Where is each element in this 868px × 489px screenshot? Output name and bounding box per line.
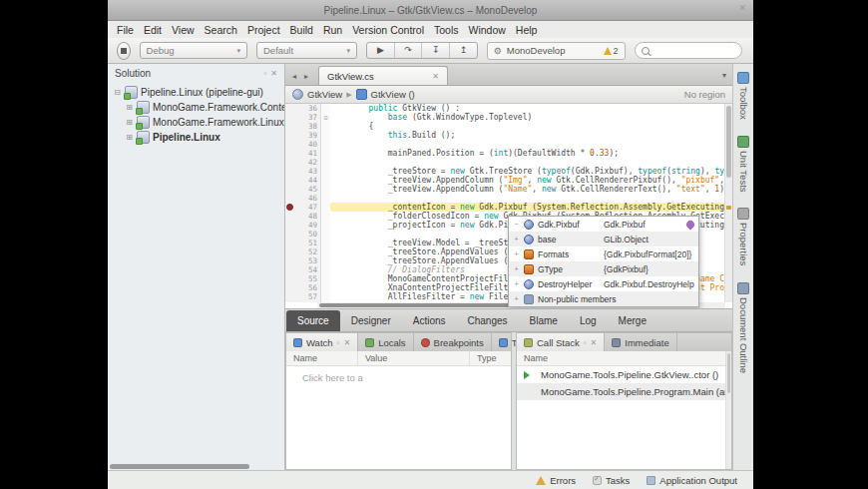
dock-minimize-icon[interactable]: ▫ [584, 338, 587, 347]
breakpoint-margin[interactable] [285, 158, 295, 167]
code-line-36[interactable]: 36 public GtkView () : [285, 104, 725, 113]
breakpoint-margin[interactable] [285, 122, 295, 131]
editor-vscrollbar[interactable] [724, 104, 732, 302]
breakpoint-margin[interactable] [285, 203, 295, 212]
column-header-name[interactable]: Name [517, 351, 731, 365]
view-tab-blame[interactable]: Blame [519, 309, 569, 331]
platform-selector[interactable]: Default ▾ [256, 42, 357, 59]
code-line-47[interactable]: 47 _contentIcon = new Gdk.Pixbuf (System… [285, 203, 725, 212]
dock-tab-unit-tests[interactable]: Unit Tests [737, 136, 749, 193]
code-text[interactable] [330, 158, 725, 167]
code-text[interactable]: _treeView.AppendColumn ("Img", new Gtk.C… [330, 176, 725, 185]
solution-tree-item-monogame-framework-content-pipeline[interactable]: ⊞MonoGame.Framework.Content.Pipeline [108, 100, 284, 115]
code-line-38[interactable]: 38 { [285, 122, 725, 131]
code-text[interactable] [330, 194, 725, 203]
breakpoint-margin[interactable] [285, 113, 295, 122]
expand-icon[interactable]: + [513, 250, 520, 257]
breakpoint-margin[interactable] [285, 185, 295, 194]
breakpoint-margin[interactable] [285, 230, 295, 239]
statusbar-application-output[interactable]: Application Output [647, 475, 737, 486]
column-header-value[interactable]: Value [358, 351, 470, 365]
breadcrumb-class[interactable]: GtkView [307, 89, 342, 100]
code-text[interactable]: _contentIcon = new Gdk.Pixbuf (System.Re… [330, 203, 725, 212]
breakpoint-margin[interactable] [285, 239, 295, 247]
pad-tab-call-stack[interactable]: Call Stack▫✕ [517, 333, 605, 351]
view-tab-actions[interactable]: Actions [402, 309, 457, 331]
tab-gtkview-cs[interactable]: GtkView.cs ✕ [318, 66, 448, 85]
breakpoint-margin[interactable] [285, 149, 295, 158]
code-line-39[interactable]: 39 this.Build (); [285, 131, 725, 140]
menu-version-control[interactable]: Version Control [352, 24, 424, 36]
menu-search[interactable]: Search [205, 24, 237, 36]
dock-tab-properties[interactable]: Properties [737, 208, 749, 265]
code-text[interactable]: _treeStore = new Gtk.TreeStore (typeof(G… [330, 167, 725, 176]
scrollbar-thumb[interactable] [110, 464, 249, 469]
stack-frame[interactable]: MonoGame.Tools.Pipeline.GtkView..ctor () [517, 366, 731, 383]
dock-close-icon[interactable]: ✕ [343, 338, 350, 347]
breakpoint-margin[interactable] [285, 265, 295, 274]
pad-tab-immediate[interactable]: Immediate [605, 333, 676, 351]
menu-project[interactable]: Project [247, 24, 280, 36]
code-line-37[interactable]: 37⊟ base (Gtk.WindowType.Toplevel) [285, 113, 725, 122]
collapse-icon[interactable]: − [513, 221, 520, 228]
expand-icon[interactable]: + [513, 265, 520, 272]
tooltip-row-destroyhelper[interactable]: +DestroyHelperGdk.Pixbuf.DestroyHelper [509, 276, 698, 291]
code-line-45[interactable]: 45 _treeView.AppendColumn ("Name", new G… [285, 185, 725, 194]
close-icon[interactable]: ✕ [738, 3, 746, 13]
menu-tools[interactable]: Tools [434, 24, 459, 36]
dock-close-icon[interactable]: ✕ [591, 338, 598, 347]
breakpoint-margin[interactable] [285, 247, 295, 256]
code-line-40[interactable]: 40 [285, 140, 725, 149]
step-over-button[interactable]: ↷ [395, 43, 423, 58]
expand-icon[interactable]: ⊞ [125, 103, 134, 112]
collapse-icon[interactable]: ⊟ [113, 88, 122, 97]
status-area[interactable]: ⚙ MonoDevelop 2 [487, 42, 626, 60]
breakpoint-margin[interactable] [285, 167, 295, 176]
dock-tab-toolbox[interactable]: Toolbox [737, 72, 749, 120]
menu-help[interactable]: Help [516, 24, 538, 36]
step-out-button[interactable]: ↥ [450, 43, 477, 58]
view-tab-designer[interactable]: Designer [340, 309, 402, 331]
breakpoint-margin[interactable] [285, 283, 295, 292]
solution-tree-item-pipeline-linux[interactable]: ⊞Pipeline.Linux [108, 130, 284, 145]
code-text[interactable] [330, 140, 725, 149]
breadcrumb-member[interactable]: GtkView () [371, 89, 415, 100]
breakpoint-margin[interactable] [285, 176, 295, 185]
column-header-name[interactable]: Name [286, 351, 358, 365]
dock-minimize-icon[interactable]: ▫ [337, 338, 340, 347]
menu-build[interactable]: Build [290, 24, 313, 36]
tooltip-row-gtype[interactable]: +GType{GdkPixbuf} [509, 261, 698, 276]
code-line-42[interactable]: 42 [285, 158, 725, 167]
code-text[interactable]: this.Build (); [330, 131, 725, 140]
breakpoint-margin[interactable] [285, 104, 295, 113]
search-input[interactable] [653, 45, 735, 57]
breakpoint-margin[interactable] [285, 194, 295, 203]
statusbar-tasks[interactable]: Tasks [593, 475, 630, 486]
breakpoint-margin[interactable] [285, 140, 295, 149]
menu-run[interactable]: Run [323, 24, 342, 36]
view-tab-source[interactable]: Source [286, 310, 340, 331]
expand-icon[interactable]: + [513, 295, 520, 302]
configuration-selector[interactable]: Debug ▾ [140, 42, 247, 59]
scrollbar-thumb[interactable] [727, 353, 730, 393]
tab-list-dropdown-icon[interactable]: ▾ [716, 71, 732, 85]
menu-edit[interactable]: Edit [144, 24, 162, 36]
menu-view[interactable]: View [172, 24, 195, 36]
global-search[interactable] [635, 42, 742, 59]
status-warnings[interactable]: 2 [604, 46, 619, 56]
code-editor[interactable]: 36 public GtkView () :37⊟ base (Gtk.Wind… [285, 104, 732, 308]
step-into-button[interactable]: ↧ [422, 43, 450, 58]
tooltip-row-base[interactable]: +baseGLib.Object [509, 232, 698, 246]
menu-file[interactable]: File [117, 24, 134, 36]
expand-icon[interactable]: + [513, 236, 520, 243]
breakpoint-icon[interactable] [286, 204, 293, 211]
tooltip-row-gdk-pixbuf[interactable]: −Gdk.PixbufGdk.Pixbuf [509, 217, 698, 232]
code-text[interactable]: mainPaned.Position = (int)(DefaultWidth … [330, 149, 725, 158]
breakpoint-margin[interactable] [285, 131, 295, 140]
view-tab-log[interactable]: Log [569, 309, 608, 331]
expand-icon[interactable]: ⊞ [125, 133, 134, 142]
dock-minimize-icon[interactable]: ▫ [263, 69, 266, 78]
dock-close-icon[interactable]: ✕ [270, 69, 277, 78]
scrollbar-thumb[interactable] [726, 106, 731, 178]
view-tab-changes[interactable]: Changes [457, 309, 519, 331]
